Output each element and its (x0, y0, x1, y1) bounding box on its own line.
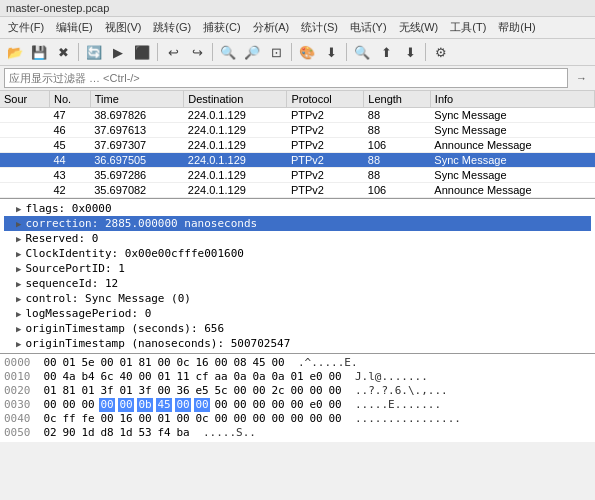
filter-arrow[interactable]: → (572, 72, 591, 84)
menu-item-y[interactable]: 电话(Y) (344, 18, 393, 37)
detail-row[interactable]: ▶correction: 2885.000000 nanoseconds (4, 216, 591, 231)
hex-bytes: 004ab46c40000111cfaa0a0a0a01e000 (42, 370, 343, 384)
expand-icon[interactable]: ▶ (16, 204, 21, 214)
toolbar-find[interactable]: 🔍 (351, 41, 373, 63)
detail-row-text: ClockIdentity: 0x00e00cfffe001600 (25, 247, 244, 260)
menu-item-h[interactable]: 帮助(H) (492, 18, 541, 37)
expand-icon[interactable]: ▶ (16, 219, 21, 229)
menu-item-g[interactable]: 跳转(G) (147, 18, 197, 37)
toolbar-zoom-fit[interactable]: ⊡ (265, 41, 287, 63)
menu-item-t[interactable]: 工具(T) (444, 18, 492, 37)
hex-byte: 53 (137, 426, 153, 440)
detail-row[interactable]: ▶Reserved: 0 (4, 231, 591, 246)
hex-byte: 16 (194, 356, 210, 370)
menu-item-w[interactable]: 无线(W) (393, 18, 445, 37)
menu-item-s[interactable]: 统计(S) (295, 18, 344, 37)
expand-icon[interactable]: ▶ (16, 294, 21, 304)
detail-row[interactable]: ▶control: Sync Message (0) (4, 291, 591, 306)
hex-byte: 00 (194, 398, 210, 412)
hex-byte: 5c (213, 384, 229, 398)
expand-icon[interactable]: ▶ (16, 309, 21, 319)
hex-byte: 00 (232, 384, 248, 398)
table-row[interactable]: 4738.697826224.0.1.129PTPv288Sync Messag… (0, 108, 595, 123)
filter-input[interactable] (4, 68, 568, 88)
expand-icon[interactable]: ▶ (16, 279, 21, 289)
hex-byte: 81 (137, 356, 153, 370)
toolbar-forward[interactable]: ↪ (186, 41, 208, 63)
hex-byte: 01 (118, 384, 134, 398)
menu-item-v[interactable]: 视图(V) (99, 18, 148, 37)
hex-byte: 6c (99, 370, 115, 384)
toolbar-find-prev[interactable]: ⬆ (375, 41, 397, 63)
expand-icon[interactable]: ▶ (16, 234, 21, 244)
hex-byte: 00 (99, 398, 115, 412)
hex-ascii: ..?.?.6.\.,... (355, 384, 448, 398)
hex-byte: 45 (251, 356, 267, 370)
detail-row[interactable]: ▶sequenceId: 12 (4, 276, 591, 291)
hex-byte: 00 (289, 384, 305, 398)
hex-byte: 01 (61, 356, 77, 370)
hex-byte: 00 (61, 398, 77, 412)
col-source: Sour (0, 91, 50, 108)
hex-byte: 00 (42, 356, 58, 370)
toolbar-find-next[interactable]: ⬇ (399, 41, 421, 63)
toolbar-zoom-in[interactable]: 🔍 (217, 41, 239, 63)
menu-item-e[interactable]: 编辑(E) (50, 18, 99, 37)
toolbar-reload[interactable]: 🔄 (83, 41, 105, 63)
title-text: master-onestep.pcap (6, 2, 109, 14)
expand-icon[interactable]: ▶ (16, 324, 21, 334)
menu-item-f[interactable]: 文件(F) (2, 18, 50, 37)
hex-byte: 01 (80, 384, 96, 398)
hex-byte: 0a (251, 370, 267, 384)
toolbar-sep6 (425, 43, 426, 61)
detail-row[interactable]: ▶ClockIdentity: 0x00e00cfffe001600 (4, 246, 591, 261)
hex-byte: 0a (270, 370, 286, 384)
table-row[interactable]: 4537.697307224.0.1.129PTPv2106Announce M… (0, 138, 595, 153)
expand-icon[interactable]: ▶ (16, 249, 21, 259)
detail-pane: ▶flags: 0x0000▶correction: 2885.000000 n… (0, 199, 595, 354)
hex-byte: 00 (327, 412, 343, 426)
toolbar-autoscroll[interactable]: ⬇ (320, 41, 342, 63)
hex-byte: f4 (156, 426, 172, 440)
toolbar-open[interactable]: 📂 (4, 41, 26, 63)
detail-row[interactable]: ▶originTimestamp (seconds): 656 (4, 321, 591, 336)
toolbar-save[interactable]: 💾 (28, 41, 50, 63)
toolbar-capture-start[interactable]: ▶ (107, 41, 129, 63)
toolbar-sep1 (78, 43, 79, 61)
toolbar-capture-stop[interactable]: ⬛ (131, 41, 153, 63)
hex-ascii: ................ (355, 412, 461, 426)
table-row[interactable]: 4637.697613224.0.1.129PTPv288Sync Messag… (0, 123, 595, 138)
hex-byte: 00 (251, 384, 267, 398)
hex-offset: 0000 (4, 356, 34, 370)
col-info: Info (430, 91, 594, 108)
toolbar-close[interactable]: ✖ (52, 41, 74, 63)
menu-item-a[interactable]: 分析(A) (247, 18, 296, 37)
detail-row[interactable]: ▶originTimestamp (nanoseconds): 50070254… (4, 336, 591, 351)
toolbar-colorize[interactable]: 🎨 (296, 41, 318, 63)
table-row[interactable]: 4235.697082224.0.1.129PTPv2106Announce M… (0, 183, 595, 198)
toolbar-settings[interactable]: ⚙ (430, 41, 452, 63)
menu-item-c[interactable]: 捕获(C) (197, 18, 246, 37)
detail-row[interactable]: ▶flags: 0x0000 (4, 201, 591, 216)
expand-icon[interactable]: ▶ (16, 264, 21, 274)
expand-icon[interactable]: ▶ (16, 339, 21, 349)
hex-byte: 11 (175, 370, 191, 384)
hex-byte: 01 (42, 384, 58, 398)
col-time: Time (90, 91, 184, 108)
hex-ascii: .....E....... (355, 398, 441, 412)
detail-row[interactable]: ▶logMessagePeriod: 0 (4, 306, 591, 321)
table-row[interactable]: 4436.697505224.0.1.129PTPv288Sync Messag… (0, 153, 595, 168)
toolbar-zoom-out[interactable]: 🔎 (241, 41, 263, 63)
detail-row[interactable]: ▶SourcePortID: 1 (4, 261, 591, 276)
hex-byte: 00 (137, 412, 153, 426)
hex-byte: 00 (308, 384, 324, 398)
hex-byte: 00 (137, 370, 153, 384)
toolbar-back[interactable]: ↩ (162, 41, 184, 63)
hex-byte: 3f (99, 384, 115, 398)
col-destination: Destination (184, 91, 287, 108)
table-row[interactable]: 4335.697286224.0.1.129PTPv288Sync Messag… (0, 168, 595, 183)
hex-byte: 81 (61, 384, 77, 398)
hex-byte: 3f (137, 384, 153, 398)
hex-byte: 00 (327, 370, 343, 384)
hex-byte: 01 (156, 370, 172, 384)
